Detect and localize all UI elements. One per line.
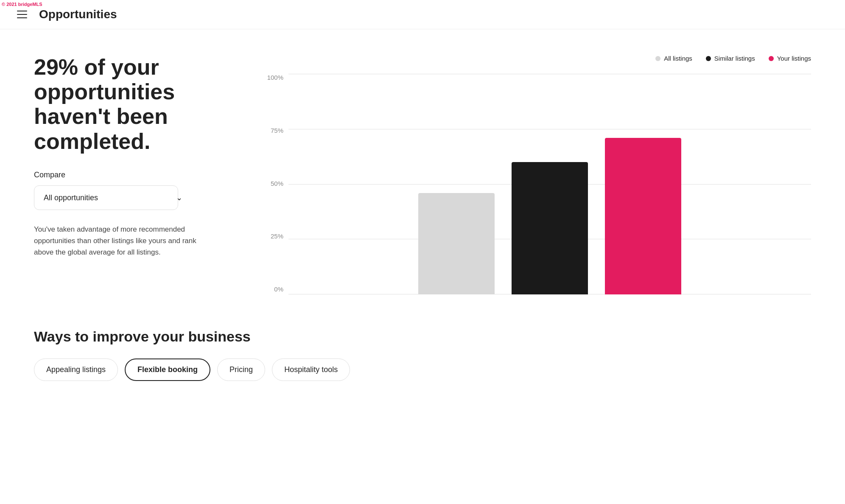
your-listings-dot bbox=[769, 56, 774, 61]
y-label-0: 0% bbox=[263, 286, 283, 293]
y-label-50: 50% bbox=[263, 180, 283, 187]
dropdown-wrapper: All opportunities Flexible booking Prici… bbox=[34, 185, 229, 210]
opportunities-section: 29% of your opportunities haven't been c… bbox=[34, 55, 811, 294]
all-listings-dot bbox=[655, 56, 660, 61]
legend-all-listings: All listings bbox=[655, 55, 692, 62]
y-label-25: 25% bbox=[263, 232, 283, 240]
similar-listings-label: Similar listings bbox=[714, 55, 755, 62]
all-listings-label: All listings bbox=[664, 55, 692, 62]
main-content: 29% of your opportunities haven't been c… bbox=[0, 29, 845, 415]
tab-flexible-booking[interactable]: Flexible booking bbox=[125, 358, 210, 381]
bars-wrapper bbox=[288, 74, 811, 294]
tab-hospitality-tools[interactable]: Hospitality tools bbox=[272, 358, 350, 381]
chart-inner bbox=[288, 74, 811, 294]
ways-section: Ways to improve your business Appealing … bbox=[34, 328, 811, 381]
bar-your-listings bbox=[605, 138, 681, 294]
right-panel: All listings Similar listings Your listi… bbox=[263, 55, 811, 294]
filter-tabs: Appealing listings Flexible booking Pric… bbox=[34, 358, 811, 381]
compare-label: Compare bbox=[34, 171, 229, 179]
chart-legend: All listings Similar listings Your listi… bbox=[263, 55, 811, 62]
description-text: You've taken advantage of more recommend… bbox=[34, 224, 212, 258]
compare-dropdown[interactable]: All opportunities Flexible booking Prici… bbox=[34, 185, 178, 210]
y-label-100: 100% bbox=[263, 74, 283, 81]
page-title: Opportunities bbox=[39, 8, 117, 21]
bar-similar-listings bbox=[512, 162, 588, 294]
y-axis: 0% 25% 50% 75% 100% bbox=[263, 74, 288, 294]
big-headline: 29% of your opportunities haven't been c… bbox=[34, 55, 229, 154]
tab-pricing[interactable]: Pricing bbox=[217, 358, 265, 381]
watermark: © 2021 bridgeMLS bbox=[2, 2, 42, 7]
similar-listings-dot bbox=[706, 56, 711, 61]
top-bar: Opportunities bbox=[0, 0, 845, 29]
legend-your-listings: Your listings bbox=[769, 55, 811, 62]
left-panel: 29% of your opportunities haven't been c… bbox=[34, 55, 229, 294]
your-listings-label: Your listings bbox=[777, 55, 811, 62]
bar-all-listings bbox=[418, 193, 495, 294]
chart-container: 0% 25% 50% 75% 100% bbox=[263, 74, 811, 294]
y-label-75: 75% bbox=[263, 127, 283, 134]
legend-similar-listings: Similar listings bbox=[706, 55, 755, 62]
watermark-prefix: © 2021 bridge bbox=[2, 2, 32, 7]
menu-icon[interactable] bbox=[17, 11, 27, 18]
tab-appealing-listings[interactable]: Appealing listings bbox=[34, 358, 118, 381]
chart-area: 0% 25% 50% 75% 100% bbox=[263, 74, 811, 294]
watermark-brand: MLS bbox=[32, 2, 42, 7]
ways-title: Ways to improve your business bbox=[34, 328, 811, 345]
